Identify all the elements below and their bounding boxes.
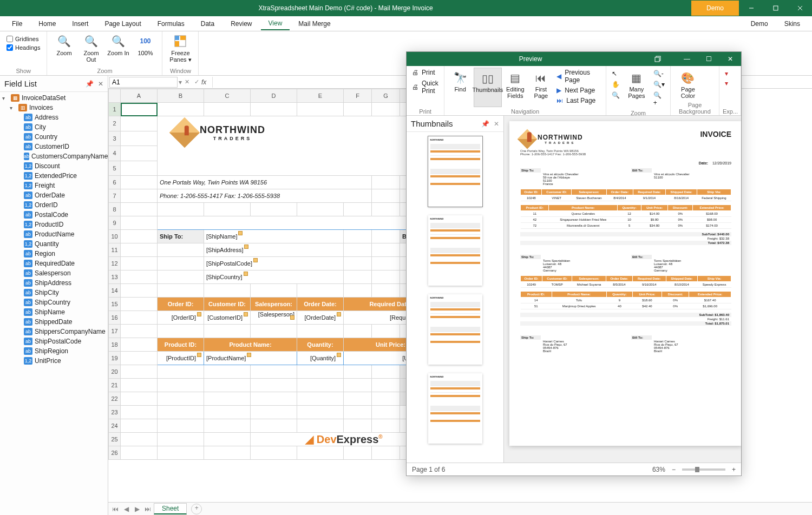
- many-pages-button[interactable]: ▦Many Pages: [623, 68, 650, 109]
- tree-field-region[interactable]: abRegion: [0, 249, 108, 259]
- freeze-panes-button[interactable]: Freeze Panes ▾: [167, 32, 194, 64]
- menu-insert[interactable]: Insert: [64, 18, 96, 30]
- cell-a1[interactable]: [121, 103, 158, 116]
- row-header-20[interactable]: 20: [109, 365, 121, 379]
- tree-field-extendedprice[interactable]: 1,2ExtendedPrice: [0, 171, 108, 181]
- tree-table[interactable]: ▾▥Invoices: [0, 103, 108, 113]
- tab-last-icon[interactable]: ⏭: [143, 505, 153, 513]
- col-header-A[interactable]: A: [121, 89, 158, 103]
- thumbnail-4[interactable]: NORTHWIND: [428, 373, 482, 444]
- row-header-25[interactable]: 25: [109, 433, 121, 446]
- tree-field-city[interactable]: abCity: [0, 122, 108, 132]
- zoom-in-icon[interactable]: 🔍+: [653, 91, 665, 107]
- tab-first-icon[interactable]: ⏮: [110, 505, 120, 513]
- page-color-button[interactable]: 🎨Page Color: [674, 68, 702, 101]
- row-header-19[interactable]: 19: [109, 352, 121, 365]
- export-email-icon[interactable]: ▾: [725, 80, 735, 87]
- zoom-100-button[interactable]: 100100%: [133, 32, 158, 57]
- previous-page-button[interactable]: ◀Previous Page: [554, 68, 603, 85]
- menu-data[interactable]: Data: [193, 18, 222, 30]
- col-header-F[interactable]: F: [344, 89, 372, 103]
- thumbnail-2[interactable]: NORTHWIND: [428, 215, 482, 286]
- menu-home[interactable]: Home: [31, 18, 63, 30]
- sheet-tab[interactable]: Sheet: [154, 503, 187, 514]
- pin-icon[interactable]: 📌: [481, 120, 489, 128]
- thumbnails-list[interactable]: NORTHWIND NORTHWIND NORTHWIND: [407, 132, 503, 463]
- close-button[interactable]: [788, 0, 812, 16]
- row-header-24[interactable]: 24: [109, 419, 121, 433]
- tree-field-shipcountry[interactable]: abShipCountry: [0, 298, 108, 307]
- row-header-22[interactable]: 22: [109, 392, 121, 406]
- tree-field-shipname[interactable]: abShipName: [0, 307, 108, 317]
- menu-page-layout[interactable]: Page Layout: [97, 18, 148, 30]
- tree-field-shipcity[interactable]: abShipCity: [0, 288, 108, 298]
- row-header-8[interactable]: 8: [109, 203, 121, 216]
- menu-review[interactable]: Review: [223, 18, 259, 30]
- print-button[interactable]: 🖨Print: [410, 68, 441, 77]
- menu-demo[interactable]: Demo: [743, 18, 776, 30]
- tree-field-postalcode[interactable]: abPostalCode: [0, 210, 108, 220]
- fx-icon[interactable]: fx: [201, 78, 212, 86]
- tree-field-shippeddate[interactable]: abShippedDate: [0, 317, 108, 327]
- col-header-G[interactable]: G: [372, 89, 400, 103]
- menu-file[interactable]: File: [4, 18, 30, 30]
- preview-viewport[interactable]: INVOICE NORTHWINDTRADERS One Portals Way…: [504, 116, 741, 463]
- row-header-6[interactable]: 6: [109, 176, 121, 189]
- field-tree[interactable]: ▾▦InvoiceDataSet▾▥InvoicesabAddressabCit…: [0, 92, 108, 515]
- row-header-17[interactable]: 17: [109, 325, 121, 338]
- row-header-21[interactable]: 21: [109, 379, 121, 392]
- tree-field-orderid[interactable]: 1,2OrderID: [0, 200, 108, 210]
- export-pdf-icon[interactable]: ▾: [725, 70, 735, 77]
- zoom-out-button[interactable]: 🔍Zoom Out: [78, 32, 103, 64]
- row-header-4[interactable]: 4: [109, 146, 121, 161]
- tree-dataset[interactable]: ▾▦InvoiceDataSet: [0, 93, 108, 103]
- row-header-1[interactable]: 1: [109, 103, 121, 116]
- thumbnails-button[interactable]: ▯▯Thumbnails: [474, 68, 502, 107]
- zoom-in-button[interactable]: 🔍Zoom In: [106, 32, 130, 57]
- preview-close-icon[interactable]: ✕: [719, 55, 741, 63]
- tree-field-customerscompanyname[interactable]: abCustomersCompanyName: [0, 151, 108, 161]
- row-header-18[interactable]: 18: [109, 338, 121, 352]
- tree-field-quantity[interactable]: 1,2Quantity: [0, 239, 108, 249]
- zoom-slider[interactable]: [682, 468, 725, 471]
- row-header-12[interactable]: 12: [109, 257, 121, 270]
- col-header-B[interactable]: B: [158, 89, 204, 103]
- col-header-C[interactable]: C: [204, 89, 251, 103]
- tree-field-unitprice[interactable]: 1,2UnitPrice: [0, 356, 108, 366]
- accept-formula-icon[interactable]: ✓: [192, 78, 201, 85]
- spreadsheet-grid[interactable]: ABCDEFGH12 NORTHWINDTRADERS3456One Porta…: [108, 89, 438, 460]
- row-header-14[interactable]: 14: [109, 284, 121, 298]
- menu-formulas[interactable]: Formulas: [150, 18, 192, 30]
- minimize-button[interactable]: [739, 0, 763, 16]
- tree-field-requireddate[interactable]: abRequiredDate: [0, 259, 108, 268]
- zoom-plus-icon[interactable]: +: [732, 466, 736, 473]
- tree-field-shippostalcode[interactable]: abShipPostalCode: [0, 336, 108, 346]
- tree-field-customerid[interactable]: abCustomerID: [0, 142, 108, 151]
- quick-print-button[interactable]: 🖨Quick Print: [410, 78, 441, 96]
- tab-prev-icon[interactable]: ◀: [121, 505, 131, 513]
- preview-minimize-icon[interactable]: —: [676, 55, 698, 63]
- gridlines-checkbox[interactable]: Gridlines: [6, 36, 38, 42]
- editing-fields-button[interactable]: ▤Editing Fields: [503, 68, 528, 107]
- menu-mail-merge[interactable]: Mail Merge: [291, 18, 338, 30]
- row-header-11[interactable]: 11: [109, 243, 121, 257]
- tab-next-icon[interactable]: ▶: [132, 505, 142, 513]
- zoom-pct-icon[interactable]: 🔍▾: [653, 81, 665, 88]
- last-page-button[interactable]: ⏭Last Page: [554, 96, 603, 105]
- close-panel-icon[interactable]: ✕: [98, 80, 103, 88]
- tree-field-shipperscompanyname[interactable]: abShippersCompanyName: [0, 327, 108, 336]
- next-page-button[interactable]: ▶Next Page: [554, 85, 603, 95]
- maximize-button[interactable]: [763, 0, 788, 16]
- row-header-5[interactable]: 5: [109, 161, 121, 176]
- add-sheet-button[interactable]: +: [191, 504, 202, 514]
- col-header-D[interactable]: D: [251, 89, 297, 103]
- thumbnail-1[interactable]: NORTHWIND: [428, 136, 482, 207]
- tree-field-salesperson[interactable]: abSalesperson: [0, 268, 108, 278]
- find-button[interactable]: 🔭Find: [448, 68, 473, 107]
- row-header-3[interactable]: 3: [109, 131, 121, 146]
- row-header-7[interactable]: 7: [109, 189, 121, 203]
- preview-maximize-icon[interactable]: ☐: [698, 55, 719, 63]
- pin-icon[interactable]: 📌: [86, 80, 94, 88]
- row-header-13[interactable]: 13: [109, 270, 121, 284]
- row-header-16[interactable]: 16: [109, 311, 121, 325]
